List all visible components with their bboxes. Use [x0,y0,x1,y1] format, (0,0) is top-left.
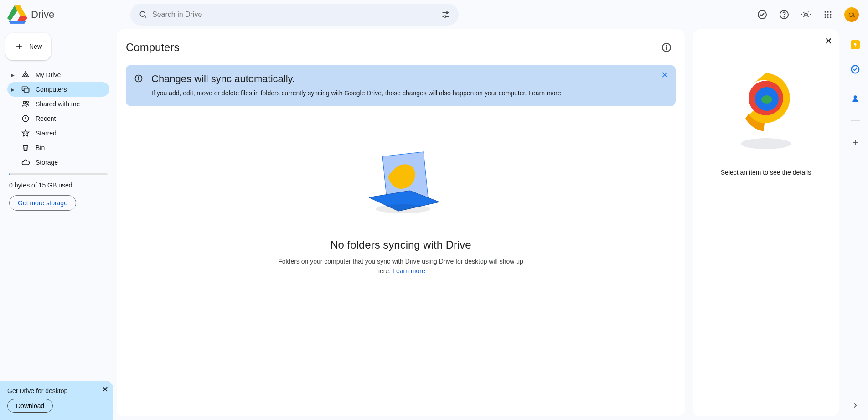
desktop-promo: ✕ Get Drive for desktop Download [0,381,113,420]
sidebar-item-bin[interactable]: Bin [7,140,109,155]
svg-point-20 [825,16,826,18]
sidebar-item-label: Computers [36,86,67,93]
help-icon[interactable] [775,5,793,24]
sidebar-item-label: My Drive [36,71,61,78]
search-filters-icon[interactable] [437,5,455,24]
cloud-icon [21,158,30,167]
side-rail [842,29,868,420]
my-drive-icon [21,70,30,79]
tasks-icon[interactable] [846,60,864,78]
sidebar-item-recent[interactable]: Recent [7,111,109,126]
avatar[interactable]: Gt [844,7,859,22]
sidebar-item-label: Recent [36,115,56,122]
learn-more-link[interactable]: Learn more [528,89,561,97]
details-panel: ✕ Select an item to see the details [693,29,839,416]
details-illustration [729,64,802,155]
sidebar: New ▶ My Drive ▶ Computers Shared with m… [0,29,117,420]
sidebar-item-shared[interactable]: Shared with me [7,97,109,111]
svg-rect-26 [24,88,29,92]
sidebar-item-label: Starred [36,130,57,137]
banner-text: If you add, edit, move or delete files i… [151,88,653,98]
banner-title: Changes will sync automatically. [151,73,653,85]
offline-ready-icon[interactable] [753,5,771,24]
close-icon[interactable]: ✕ [102,384,108,394]
new-button-label: New [29,43,42,50]
svg-rect-49 [855,45,856,47]
sidebar-item-computers[interactable]: ▶ Computers [7,82,109,97]
apps-icon[interactable] [819,5,837,24]
learn-more-link[interactable]: Learn more [393,267,425,275]
nav-list: ▶ My Drive ▶ Computers Shared with me Re… [7,67,109,170]
new-button[interactable]: New [5,33,51,60]
info-icon [134,74,143,83]
add-icon[interactable] [846,134,864,152]
empty-title: No folders syncing with Drive [330,239,471,251]
details-text: Select an item to see the details [721,169,811,176]
chevron-right-icon: ▶ [10,73,16,78]
search-bar [130,4,459,26]
svg-point-51 [854,95,857,99]
empty-text: Folders on your computer that you sync w… [273,257,528,276]
svg-point-43 [376,204,430,213]
banner-body: If you add, edit, move or delete files i… [151,89,528,97]
empty-state: No folders syncing with Drive Folders on… [126,120,676,407]
svg-point-44 [741,138,791,149]
app-title: Drive [31,9,54,21]
svg-point-14 [825,11,826,13]
svg-line-1 [145,16,146,18]
search-input[interactable] [152,4,437,26]
svg-point-18 [827,14,828,15]
page-title: Computers [126,41,179,54]
svg-point-19 [830,14,831,15]
info-icon[interactable] [657,38,676,57]
bin-icon [21,143,30,152]
computers-icon [21,85,30,94]
desktop-promo-title: Get Drive for desktop [7,387,106,394]
sidebar-item-label: Shared with me [36,100,80,108]
sidebar-item-starred[interactable]: Starred [7,126,109,140]
logo[interactable]: Drive [7,5,112,24]
svg-point-13 [805,13,807,16]
shared-icon [21,99,30,109]
contacts-icon[interactable] [846,89,864,108]
star-icon [21,129,30,138]
recent-icon [21,114,30,123]
sync-banner: Changes will sync automatically. If you … [126,65,676,106]
header-actions: Gt [753,5,861,24]
get-storage-button[interactable]: Get more storage [9,195,76,211]
main-panel: Computers Changes will sync automaticall… [117,29,685,416]
svg-point-22 [830,16,831,18]
svg-point-16 [830,11,831,13]
sidebar-item-my-drive[interactable]: ▶ My Drive [7,67,109,82]
chevron-right-icon: ▶ [10,87,16,92]
close-icon[interactable]: ✕ [825,36,832,47]
rail-separator [851,120,860,121]
svg-point-15 [827,11,828,13]
storage-bar [9,173,108,175]
svg-point-33 [666,45,667,46]
svg-point-28 [23,101,26,104]
sidebar-item-label: Storage [36,159,58,166]
empty-illustration [355,147,446,220]
search-icon[interactable] [134,5,152,24]
svg-point-36 [138,77,139,77]
svg-point-21 [827,16,828,18]
sidebar-item-label: Bin [36,144,45,151]
hide-panel-icon[interactable] [846,396,864,415]
svg-point-12 [784,17,785,17]
close-icon[interactable] [660,70,669,79]
svg-point-29 [26,101,28,103]
svg-point-0 [140,11,145,16]
svg-point-48 [854,43,857,46]
svg-point-17 [825,14,826,15]
svg-point-47 [761,95,772,104]
header: Drive Gt [0,0,868,29]
download-button[interactable]: Download [7,399,53,413]
keep-icon[interactable] [851,40,860,49]
drive-logo-icon [7,5,27,24]
sidebar-item-storage[interactable]: Storage [7,155,109,170]
settings-icon[interactable] [797,5,815,24]
storage-text: 0 bytes of 15 GB used [9,181,108,189]
